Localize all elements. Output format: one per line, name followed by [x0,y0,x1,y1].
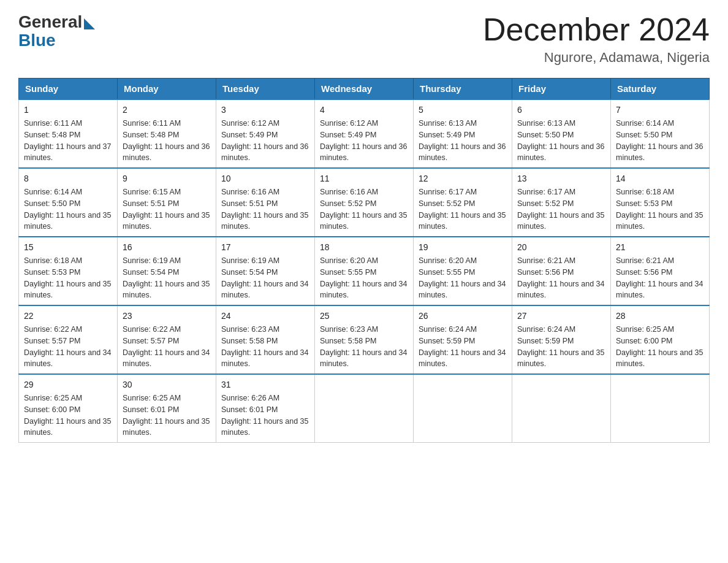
day-number: 21 [616,241,704,254]
sunset-text: Sunset: 6:01 PM [221,405,278,414]
sunrise-text: Sunrise: 6:21 AM [517,256,575,265]
logo: General Blue [18,12,95,50]
sunrise-text: Sunrise: 6:25 AM [616,325,674,334]
day-number: 6 [517,104,605,117]
daylight-text: Daylight: 11 hours and 34 minutes. [221,348,308,369]
day-number: 17 [221,241,309,254]
table-row [512,374,611,443]
daylight-text: Daylight: 11 hours and 35 minutes. [221,417,308,437]
daylight-text: Daylight: 11 hours and 36 minutes. [123,142,210,163]
header-monday: Monday [118,79,216,100]
sunset-text: Sunset: 6:00 PM [616,337,672,345]
sunset-text: Sunset: 5:58 PM [320,337,376,345]
sunrise-text: Sunrise: 6:13 AM [517,119,575,128]
sunset-text: Sunset: 5:57 PM [123,337,179,345]
week-row: 22 Sunrise: 6:22 AM Sunset: 5:57 PM Dayl… [19,305,710,374]
sunrise-text: Sunrise: 6:12 AM [320,119,378,128]
table-row: 16 Sunrise: 6:19 AM Sunset: 5:54 PM Dayl… [118,237,216,305]
sunset-text: Sunset: 5:49 PM [320,131,376,139]
table-row [315,374,414,443]
week-row: 15 Sunrise: 6:18 AM Sunset: 5:53 PM Dayl… [19,237,710,305]
table-row: 28 Sunrise: 6:25 AM Sunset: 6:00 PM Dayl… [611,305,710,374]
header-friday: Friday [512,79,611,100]
sunrise-text: Sunrise: 6:25 AM [24,394,82,402]
daylight-text: Daylight: 11 hours and 34 minutes. [419,280,506,300]
day-number: 15 [24,241,112,254]
daylight-text: Daylight: 11 hours and 35 minutes. [24,211,111,231]
logo-arrow-icon [84,18,95,29]
sunrise-text: Sunrise: 6:19 AM [123,256,181,265]
title-section: December 2024 Ngurore, Adamawa, Nigeria [483,12,710,66]
day-number: 4 [320,104,408,117]
sunrise-text: Sunrise: 6:25 AM [123,394,181,402]
week-row: 8 Sunrise: 6:14 AM Sunset: 5:50 PM Dayli… [19,168,710,237]
day-number: 22 [24,310,112,323]
table-row: 25 Sunrise: 6:23 AM Sunset: 5:58 PM Dayl… [315,305,414,374]
week-row: 29 Sunrise: 6:25 AM Sunset: 6:00 PM Dayl… [19,374,710,443]
table-row: 26 Sunrise: 6:24 AM Sunset: 5:59 PM Dayl… [414,305,512,374]
sunset-text: Sunset: 5:52 PM [320,199,376,208]
sunset-text: Sunset: 5:50 PM [616,131,672,139]
month-year-title: December 2024 [483,12,710,47]
sunset-text: Sunset: 5:56 PM [616,268,672,277]
svg-marker-0 [84,18,95,29]
sunset-text: Sunset: 5:52 PM [419,199,475,208]
day-number: 11 [320,172,408,185]
daylight-text: Daylight: 11 hours and 36 minutes. [616,142,703,163]
table-row: 13 Sunrise: 6:17 AM Sunset: 5:52 PM Dayl… [512,168,611,237]
table-row: 22 Sunrise: 6:22 AM Sunset: 5:57 PM Dayl… [19,305,118,374]
sunrise-text: Sunrise: 6:15 AM [123,188,181,196]
sunrise-text: Sunrise: 6:16 AM [221,188,279,196]
daylight-text: Daylight: 11 hours and 36 minutes. [221,142,308,163]
table-row: 17 Sunrise: 6:19 AM Sunset: 5:54 PM Dayl… [216,237,315,305]
daylight-text: Daylight: 11 hours and 36 minutes. [419,142,506,163]
table-row: 6 Sunrise: 6:13 AM Sunset: 5:50 PM Dayli… [512,99,611,168]
day-number: 30 [123,378,211,391]
daylight-text: Daylight: 11 hours and 35 minutes. [616,211,703,231]
sunrise-text: Sunrise: 6:13 AM [419,119,477,128]
sunrise-text: Sunrise: 6:22 AM [123,325,181,334]
day-number: 1 [24,104,112,117]
sunrise-text: Sunrise: 6:16 AM [320,188,378,196]
sunrise-text: Sunrise: 6:20 AM [320,256,378,265]
day-number: 8 [24,172,112,185]
table-row: 14 Sunrise: 6:18 AM Sunset: 5:53 PM Dayl… [611,168,710,237]
sunset-text: Sunset: 6:00 PM [24,405,80,414]
day-number: 31 [221,378,309,391]
header-tuesday: Tuesday [216,79,315,100]
table-row: 27 Sunrise: 6:24 AM Sunset: 5:59 PM Dayl… [512,305,611,374]
table-row: 5 Sunrise: 6:13 AM Sunset: 5:49 PM Dayli… [414,99,512,168]
day-number: 5 [419,104,507,117]
sunset-text: Sunset: 5:52 PM [517,199,574,208]
day-number: 2 [123,104,211,117]
day-number: 13 [517,172,605,185]
sunrise-text: Sunrise: 6:22 AM [24,325,82,334]
sunset-text: Sunset: 5:50 PM [24,199,80,208]
daylight-text: Daylight: 11 hours and 35 minutes. [221,211,308,231]
sunrise-text: Sunrise: 6:17 AM [517,188,575,196]
table-row: 21 Sunrise: 6:21 AM Sunset: 5:56 PM Dayl… [611,237,710,305]
sunrise-text: Sunrise: 6:18 AM [24,256,82,265]
sunset-text: Sunset: 5:54 PM [221,268,278,277]
table-row: 31 Sunrise: 6:26 AM Sunset: 6:01 PM Dayl… [216,374,315,443]
day-number: 7 [616,104,704,117]
table-row [414,374,512,443]
sunset-text: Sunset: 5:49 PM [419,131,475,139]
daylight-text: Daylight: 11 hours and 34 minutes. [419,348,506,369]
table-row: 24 Sunrise: 6:23 AM Sunset: 5:58 PM Dayl… [216,305,315,374]
sunset-text: Sunset: 5:48 PM [24,131,80,139]
daylight-text: Daylight: 11 hours and 35 minutes. [517,348,604,369]
table-row: 29 Sunrise: 6:25 AM Sunset: 6:00 PM Dayl… [19,374,118,443]
page-header: General Blue December 2024 Ngurore, Adam… [18,12,710,66]
sunset-text: Sunset: 5:51 PM [123,199,179,208]
daylight-text: Daylight: 11 hours and 34 minutes. [320,280,407,300]
day-number: 16 [123,241,211,254]
day-number: 3 [221,104,309,117]
table-row: 4 Sunrise: 6:12 AM Sunset: 5:49 PM Dayli… [315,99,414,168]
daylight-text: Daylight: 11 hours and 35 minutes. [24,417,111,437]
day-number: 12 [419,172,507,185]
sunrise-text: Sunrise: 6:17 AM [419,188,477,196]
day-number: 9 [123,172,211,185]
sunset-text: Sunset: 5:53 PM [616,199,672,208]
sunrise-text: Sunrise: 6:20 AM [419,256,477,265]
